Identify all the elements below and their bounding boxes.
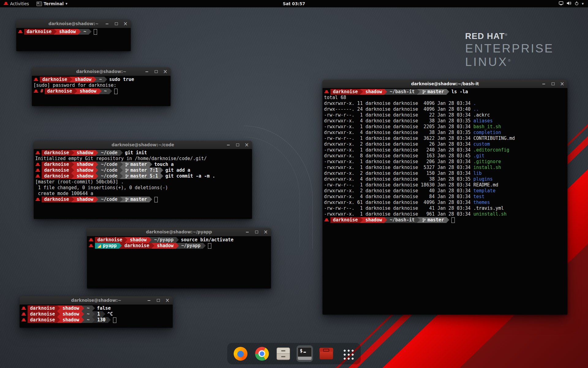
segment-text: master bbox=[428, 217, 444, 223]
powerline-separator-icon bbox=[57, 305, 60, 311]
segment-text: darknoise bbox=[47, 88, 72, 94]
powerline-separator-icon bbox=[384, 217, 387, 223]
powerline-separator-icon bbox=[81, 305, 84, 311]
segment-text: darknoise bbox=[27, 29, 51, 35]
window-title: darknoise@shadow:~ bbox=[53, 67, 149, 76]
segment-text: darknoise bbox=[44, 173, 69, 179]
window-title: darknoise@shadow:~/code bbox=[55, 141, 231, 149]
redhat-icon bbox=[4, 2, 8, 6]
terminal-line: -rwxrwxr-x. 1 darknoise darknoise 240 Ja… bbox=[324, 147, 566, 153]
terminal-cursor bbox=[154, 197, 158, 202]
terminal-content[interactable]: darknoiseshadow~/codegit initInitialized… bbox=[34, 149, 252, 219]
maximize-button[interactable] bbox=[236, 143, 239, 147]
dock-item-app-grid[interactable] bbox=[339, 345, 356, 362]
terminal-line: -rw-rw-r--. 1 darknoise darknoise 18630 … bbox=[324, 182, 566, 188]
powerline-separator-icon bbox=[92, 305, 95, 311]
window-titlebar[interactable]: darknoise@shadow:~/code× bbox=[34, 141, 252, 149]
terminal-content[interactable]: darknoiseshadow~falsedarknoiseshadow~1^C… bbox=[20, 305, 172, 328]
window-titlebar[interactable]: darknoise@shadow:~× bbox=[32, 67, 171, 76]
prompt-segment-git: master bbox=[420, 89, 447, 95]
dock-item-files[interactable] bbox=[275, 345, 292, 362]
prompt-segment-user: darknoise bbox=[28, 311, 57, 317]
terminal-cursor bbox=[451, 217, 455, 223]
window-titlebar[interactable]: darknoise@shadow:~/pyapp× bbox=[87, 228, 271, 236]
dock-item-toolbox[interactable] bbox=[318, 345, 334, 362]
volume-icon bbox=[567, 1, 571, 6]
powerline-separator-icon bbox=[103, 311, 105, 317]
powerline-separator-icon bbox=[203, 243, 206, 249]
window-title: darknoise@shadow:~ bbox=[41, 296, 151, 305]
dock-item-terminal[interactable] bbox=[296, 345, 313, 362]
minimize-button[interactable] bbox=[245, 230, 249, 234]
maximize-button[interactable] bbox=[114, 22, 118, 26]
segment-text: darknoise bbox=[30, 317, 55, 323]
segment-text: darknoise bbox=[124, 243, 149, 249]
close-button[interactable]: × bbox=[560, 82, 564, 86]
terminal-content[interactable]: darknoiseshadow~ bbox=[17, 28, 130, 51]
powerline-separator-icon bbox=[417, 217, 420, 223]
powerline-separator-icon bbox=[71, 173, 74, 179]
output-text: -rwxrwxr-x. 1 darknoise darknoise 961 Ja… bbox=[324, 211, 473, 217]
terminal-cursor bbox=[113, 317, 116, 323]
powerline-separator-icon bbox=[74, 88, 77, 94]
minimize-button[interactable] bbox=[105, 22, 109, 26]
minimize-button[interactable] bbox=[542, 82, 546, 86]
window-controls: × bbox=[147, 296, 169, 305]
close-button[interactable]: × bbox=[163, 70, 167, 74]
prompt-segment-host: shadow bbox=[74, 167, 96, 173]
app-menu[interactable]: Terminal ▼ bbox=[33, 0, 71, 7]
terminal-content[interactable]: darknoiseshadow~sudo true[sudo] password… bbox=[32, 76, 170, 106]
powerline-separator-icon bbox=[149, 197, 152, 202]
terminal-window: darknoise@shadow:~×darknoiseshadow~sudo … bbox=[32, 67, 171, 106]
terminal-content[interactable]: darknoiseshadow~/bash-itmasterls -latota… bbox=[323, 88, 567, 314]
maximize-button[interactable] bbox=[551, 82, 555, 86]
maximize-button[interactable] bbox=[254, 230, 258, 234]
close-button[interactable]: × bbox=[264, 230, 268, 234]
maximize-button[interactable] bbox=[156, 298, 160, 303]
dock-item-firefox[interactable] bbox=[232, 345, 249, 362]
output-text: -rwxrwxr-x. 1 darknoise darknoise 5327 J… bbox=[324, 165, 473, 171]
clock[interactable]: Sat 03:57 bbox=[283, 1, 305, 6]
close-button[interactable]: × bbox=[165, 298, 169, 303]
prompt-segment-git: master ?:1 bbox=[123, 167, 160, 173]
powerline-separator-icon bbox=[384, 89, 387, 95]
segment-text: shadow bbox=[77, 167, 93, 173]
window-titlebar[interactable]: darknoise@shadow:~× bbox=[16, 20, 131, 28]
redhat-icon bbox=[36, 151, 40, 155]
close-button[interactable]: × bbox=[245, 143, 249, 147]
terminal-content[interactable]: darknoiseshadow~/pyappsource bin/activat… bbox=[87, 236, 271, 288]
dock-item-chrome[interactable] bbox=[254, 345, 270, 362]
window-titlebar[interactable]: darknoise@shadow:~× bbox=[20, 296, 173, 305]
terminal-line: darknoiseshadow~130 bbox=[21, 317, 171, 323]
output-text: -rwxrwxr-x. 1 darknoise darknoise 2205 J… bbox=[324, 124, 473, 130]
powerline-separator-icon bbox=[119, 243, 122, 249]
close-button[interactable]: × bbox=[123, 22, 127, 26]
prompt-segment-path: ~ bbox=[81, 29, 89, 35]
segment-text: darknoise bbox=[44, 197, 69, 202]
segment-text: 1 bbox=[97, 311, 100, 317]
segment-text: ~/pyapp bbox=[181, 243, 201, 249]
git-branch-icon bbox=[125, 174, 129, 178]
powerline-separator-icon bbox=[160, 167, 163, 173]
git-branch-icon bbox=[125, 197, 129, 202]
powerline-separator-icon bbox=[108, 317, 111, 323]
minimize-button[interactable] bbox=[145, 70, 149, 74]
powerline-separator-icon bbox=[57, 311, 60, 317]
system-status-area[interactable]: ▼ bbox=[556, 0, 586, 7]
segment-text: master S:1 bbox=[130, 173, 158, 179]
window-controls: × bbox=[542, 80, 564, 88]
terminal-line: 1 file changed, 0 insertions(+), 0 delet… bbox=[35, 185, 251, 191]
minimize-button[interactable] bbox=[226, 143, 230, 147]
output-text: drwxrwxr-x. 2 darknoise darknoise 150 Ja… bbox=[324, 171, 473, 176]
command-text: ^C bbox=[107, 311, 113, 317]
redhat-icon bbox=[21, 312, 26, 316]
terminal-window: darknoise@shadow:~/pyapp×darknoiseshadow… bbox=[87, 228, 271, 289]
window-title: darknoise@shadow:~/pyapp bbox=[108, 228, 250, 236]
maximize-button[interactable] bbox=[154, 70, 158, 74]
window-controls: × bbox=[226, 141, 249, 149]
window-titlebar[interactable]: darknoise@shadow:~/bash-it× bbox=[322, 80, 567, 88]
file-name: test bbox=[473, 194, 484, 200]
minimize-button[interactable] bbox=[147, 298, 151, 303]
terminal-line: darknoiseshadow~sudo true bbox=[33, 77, 169, 82]
activities-button[interactable]: Activities bbox=[0, 0, 33, 7]
